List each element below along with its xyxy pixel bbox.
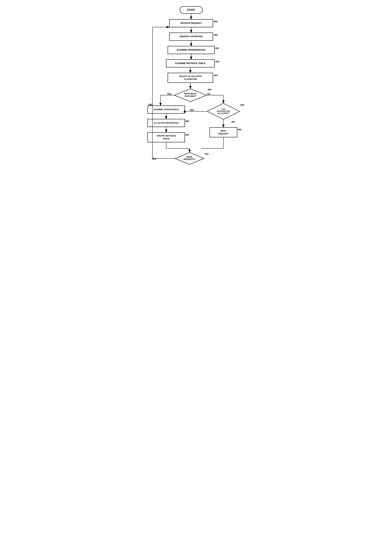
flowchart-diagram: START RECEIVE REQUEST 400 IDENTIFY AFFIN… — [140, 3, 252, 165]
svg-text:AVAILABLE?: AVAILABLE? — [184, 95, 196, 97]
svg-rect-9 — [169, 33, 213, 41]
svg-text:REQUEST: REQUEST — [218, 132, 229, 135]
svg-text:NO: NO — [207, 93, 210, 95]
svg-text:YES: YES — [167, 93, 171, 95]
svg-rect-42 — [148, 119, 185, 127]
svg-text:IDENTIFY AFFINITIES: IDENTIFY AFFINITIES — [180, 35, 203, 38]
svg-text:NO: NO — [231, 121, 235, 123]
svg-text:RECEIVE REQUEST: RECEIVE REQUEST — [180, 22, 202, 24]
svg-text:SELECT ALLOCATION: SELECT ALLOCATION — [179, 75, 202, 78]
svg-text:470: 470 — [204, 153, 209, 155]
svg-marker-54 — [207, 103, 239, 119]
svg-text:454: 454 — [185, 120, 189, 122]
svg-text:400: 400 — [214, 20, 217, 23]
svg-rect-38 — [148, 106, 185, 114]
svg-text:442: 442 — [238, 128, 241, 131]
svg-text:450: 450 — [148, 103, 152, 106]
svg-text:UPDATE INSTANCE: UPDATE INSTANCE — [156, 135, 176, 137]
svg-text:410: 410 — [215, 47, 219, 50]
svg-text:440: 440 — [240, 104, 244, 106]
svg-rect-1 — [180, 7, 203, 14]
svg-marker-30 — [174, 89, 206, 102]
svg-text:420: 420 — [215, 60, 219, 63]
svg-text:REQUESTS?: REQUESTS? — [184, 158, 195, 160]
svg-rect-64 — [210, 128, 237, 137]
svg-text:ALGORITHM: ALGORITHM — [184, 78, 197, 80]
svg-rect-47 — [148, 132, 185, 142]
svg-text:YES: YES — [189, 109, 194, 111]
svg-text:START: START — [187, 8, 195, 11]
svg-text:404: 404 — [214, 34, 217, 36]
svg-text:ALLOCATE RESOURCES: ALLOCATE RESOURCES — [154, 122, 179, 124]
svg-text:424: 424 — [214, 74, 217, 77]
svg-text:EXAMINE CONSTRAINTS: EXAMINE CONSTRAINTS — [154, 108, 179, 111]
svg-text:EXAMINE INSTANCE TABLE: EXAMINE INSTANCE TABLE — [175, 62, 205, 65]
svg-text:RESOURCE BE: RESOURCE BE — [217, 110, 230, 112]
svg-text:ALLOCATED?: ALLOCATED? — [217, 112, 229, 114]
svg-text:RESOURCES: RESOURCES — [184, 93, 196, 95]
svg-text:460: 460 — [185, 133, 189, 136]
svg-text:YES: YES — [152, 158, 156, 160]
svg-text:CAN: CAN — [222, 108, 225, 110]
svg-text:430: 430 — [207, 88, 211, 91]
svg-rect-24 — [168, 73, 213, 83]
svg-rect-4 — [169, 19, 213, 27]
svg-marker-73 — [175, 152, 204, 165]
svg-rect-19 — [166, 59, 215, 67]
svg-text:MORE: MORE — [187, 156, 192, 158]
svg-text:TABLE: TABLE — [163, 137, 170, 140]
svg-text:EXAMINE DEPENDENCIES: EXAMINE DEPENDENCIES — [177, 49, 205, 51]
svg-text:DENY: DENY — [221, 129, 226, 132]
svg-rect-14 — [168, 46, 215, 54]
